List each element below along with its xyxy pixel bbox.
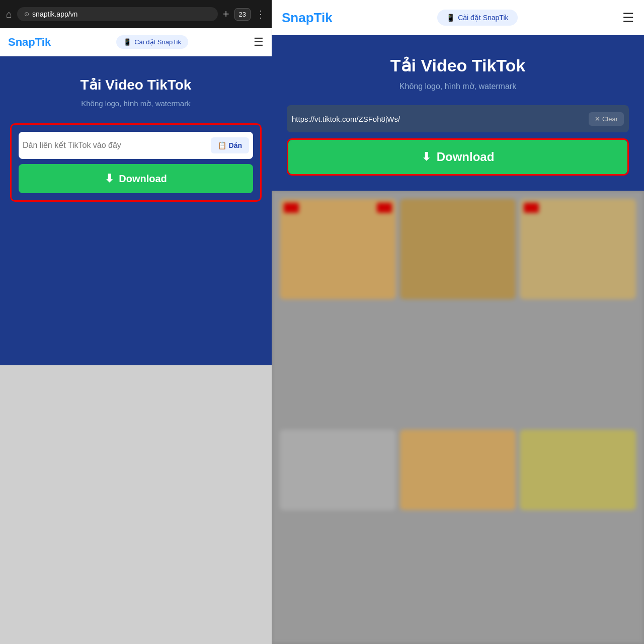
right-install-label: Cài đặt SnapTik	[458, 14, 508, 22]
right-download-button[interactable]: ⬇ Download	[288, 140, 627, 174]
browser-menu-icon[interactable]: ⋮	[256, 8, 266, 20]
left-highlight-box: 📋 Dán ⬇ Download	[10, 123, 262, 202]
blurred-badge-2	[377, 203, 392, 213]
right-install-phone-icon: 📱	[446, 14, 455, 22]
install-phone-icon: 📱	[123, 38, 131, 46]
browser-bar: ⌂ ⊙ snaptik.app/vn + 23 ⋮	[0, 0, 272, 28]
right-download-label: Download	[437, 150, 495, 164]
right-hamburger-icon[interactable]: ☰	[622, 10, 634, 26]
left-download-label: Download	[119, 173, 167, 185]
url-text: snaptik.app/vn	[32, 10, 77, 18]
left-hamburger-icon[interactable]: ☰	[254, 36, 264, 49]
logo-snap: Snap	[8, 36, 35, 48]
right-bottom-area	[272, 191, 644, 644]
left-input-row: 📋 Dán	[19, 132, 253, 159]
main-container: ⌂ ⊙ snaptik.app/vn + 23 ⋮ SnapTik 📱 Cài …	[0, 0, 644, 644]
right-page-title: Tải Video TikTok	[390, 55, 526, 75]
blurred-card-4	[280, 430, 396, 510]
left-page-subtitle: Không logo, hình mờ, watermark	[81, 99, 190, 108]
paste-icon: 📋	[218, 141, 226, 149]
security-icon: ⊙	[24, 11, 29, 18]
right-url-text: https://vt.tiktok.com/ZSFoh8jWs/	[292, 115, 589, 123]
add-tab-icon[interactable]: +	[223, 8, 229, 21]
right-download-icon: ⬇	[422, 150, 431, 164]
paste-label: Dán	[229, 141, 242, 149]
right-url-row: https://vt.tiktok.com/ZSFoh8jWs/ ✕ Clear	[287, 105, 629, 132]
blurred-card-2	[400, 199, 516, 299]
right-panel: SnapTik 📱 Cài đặt SnapTik ☰ Tải Video Ti…	[272, 0, 644, 644]
left-bottom-area	[0, 365, 272, 644]
right-page-subtitle: Không logo, hình mờ, watermark	[399, 82, 516, 91]
left-url-input[interactable]	[23, 141, 211, 150]
left-download-button[interactable]: ⬇ Download	[19, 164, 253, 193]
right-content: Tải Video TikTok Không logo, hình mờ, wa…	[272, 35, 644, 191]
blurred-card-6	[520, 430, 636, 510]
right-highlight-box: ⬇ Download	[287, 138, 629, 176]
right-install-button[interactable]: 📱 Cài đặt SnapTik	[437, 10, 517, 26]
right-clear-button[interactable]: ✕ Clear	[589, 112, 624, 126]
right-navbar: SnapTik 📱 Cài đặt SnapTik ☰	[272, 0, 644, 35]
address-bar[interactable]: ⊙ snaptik.app/vn	[17, 7, 218, 21]
left-paste-button[interactable]: 📋 Dán	[211, 137, 249, 153]
tab-count-badge[interactable]: 23	[234, 8, 251, 21]
left-navbar: SnapTik 📱 Cài đặt SnapTik ☰	[0, 28, 272, 56]
blurred-badge-3	[524, 203, 539, 213]
right-logo: SnapTik	[282, 10, 333, 26]
left-download-icon: ⬇	[105, 172, 114, 185]
blurred-badge-1	[284, 203, 299, 213]
home-icon[interactable]: ⌂	[6, 9, 12, 20]
blurred-card-3	[520, 199, 636, 299]
left-content: Tải Video TikTok Không logo, hình mờ, wa…	[0, 56, 272, 365]
left-panel: ⌂ ⊙ snaptik.app/vn + 23 ⋮ SnapTik 📱 Cài …	[0, 0, 272, 644]
blurred-card-1	[280, 199, 396, 299]
right-logo-tik: Tik	[314, 10, 333, 25]
blurred-content-area	[272, 191, 644, 644]
right-logo-snap: Snap	[282, 10, 314, 25]
left-page-title: Tải Video TikTok	[80, 76, 192, 93]
right-url-wrapper: https://vt.tiktok.com/ZSFoh8jWs/ ✕ Clear	[287, 105, 629, 138]
blurred-card-5	[400, 430, 516, 510]
left-logo: SnapTik	[8, 36, 51, 49]
install-label: Cài đặt SnapTik	[134, 38, 181, 46]
logo-tik: Tik	[35, 36, 51, 48]
left-install-button[interactable]: 📱 Cài đặt SnapTik	[116, 35, 188, 49]
